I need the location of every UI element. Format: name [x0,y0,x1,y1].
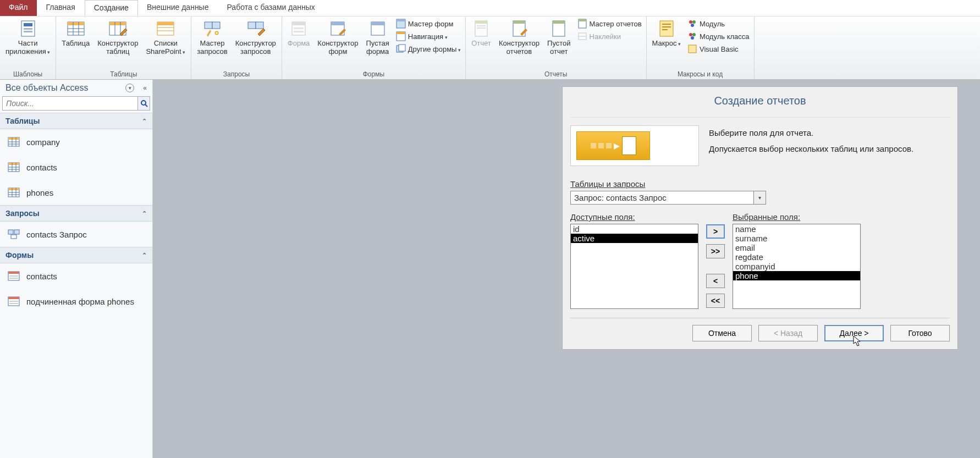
form-button[interactable]: Форма [284,18,313,49]
group-queries-label: Запросы [194,70,279,79]
form-icon [8,271,20,281]
search-input[interactable] [2,96,138,111]
query-icon [8,229,20,239]
svg-rect-85 [8,297,19,299]
tab-create[interactable]: Создание [85,0,138,16]
nav-item-form[interactable]: contacts [0,263,152,289]
table-icon [8,137,20,147]
labels-icon [577,31,587,41]
wizard-prompt1: Выберите поля для отчета. [709,125,950,141]
listbox-option[interactable]: regdate [733,252,860,262]
nav-section-tables[interactable]: Таблицы ⌃ [0,113,152,129]
listbox-option[interactable]: phone [733,271,860,280]
report-design-button[interactable]: Конструктор отчетов [495,18,543,57]
source-select[interactable]: Запрос: contacts Запрос ▾ [570,191,766,205]
selected-fields-label: Выбранные поля: [733,212,861,222]
group-forms-label: Формы [284,70,463,79]
nav-search [2,96,150,111]
nav-item-table[interactable]: company [0,129,152,154]
nav-pane-header[interactable]: Все объекты Access ▾ « [0,80,152,96]
svg-rect-79 [11,235,16,239]
listbox-option[interactable]: active [571,234,698,243]
main-area: Все объекты Access ▾ « Таблицы ⌃ company… [0,80,980,458]
report-design-icon [509,19,529,38]
listbox-option[interactable]: name [733,224,860,234]
wizard-prompt: Выберите поля для отчета. Допускается вы… [709,125,950,166]
form-design-icon [328,19,348,38]
ribbon-group-forms: Форма Конструктор форм Пустая форма Маст… [282,16,466,79]
module-icon [687,19,697,29]
blank-form-label: Пустая форма [366,40,389,56]
nav-section-forms[interactable]: Формы ⌃ [0,247,152,263]
query-wizard-icon [202,19,222,38]
report-button[interactable]: Отчет [468,18,494,49]
remove-all-fields-button[interactable]: << [706,294,725,308]
svg-point-57 [141,101,146,105]
tab-external[interactable]: Внешние данные [138,0,218,16]
form-design-button[interactable]: Конструктор форм [314,18,361,57]
nav-item-table[interactable]: phones [0,180,152,205]
add-field-button[interactable]: > [706,224,725,239]
blank-form-button[interactable]: Пустая форма [362,18,392,57]
group-templates-label: Шаблоны [2,70,53,79]
search-go-icon[interactable] [138,96,150,111]
tab-dbtools[interactable]: Работа с базами данных [218,0,324,16]
form-wizard-button[interactable]: Мастер форм [394,18,463,30]
nav-item-query[interactable]: contacts Запрос [0,222,152,247]
selected-fields-listbox[interactable]: namesurnameemailregdatecompanyidphone [733,224,861,309]
table-icon [8,187,20,197]
svg-rect-26 [294,31,304,32]
labels-button[interactable]: Наклейки [575,30,644,42]
other-forms-button[interactable]: Другие формы [394,43,463,55]
remove-field-button[interactable]: < [706,274,725,288]
available-fields-listbox[interactable]: idactive [570,224,698,309]
query-wizard-button[interactable]: Мастер запросов [194,18,230,57]
macro-button[interactable]: Макрос [649,18,684,49]
visual-basic-label: Visual Basic [700,45,739,53]
query-design-button[interactable]: Конструктор запросов [232,18,279,57]
form-icon [289,19,309,38]
next-button[interactable]: Далее > [824,325,884,341]
nav-item-form[interactable]: подчиненная форма phones [0,289,152,314]
back-button[interactable]: < Назад [758,325,818,341]
app-parts-button[interactable]: Части приложения [2,18,53,57]
ribbon-group-templates: Части приложения Шаблоны [0,16,56,79]
nav-collapse-icon[interactable]: « [143,84,147,92]
svg-rect-39 [477,25,486,26]
visual-basic-button[interactable]: Visual Basic [685,43,752,55]
report-wizard-button[interactable]: Мастер отчетов [575,18,644,30]
listbox-option[interactable]: surname [733,234,860,243]
svg-rect-18 [205,22,212,29]
listbox-option[interactable]: email [733,243,860,252]
svg-point-52 [691,24,694,27]
add-all-fields-button[interactable]: >> [706,244,725,258]
nav-item-label: phones [26,188,53,197]
svg-rect-2 [24,28,32,30]
sharepoint-button[interactable]: Списки SharePoint [142,18,189,57]
blank-report-button[interactable]: Пустой отчет [544,18,574,57]
nav-section-queries-label: Запросы [5,209,40,218]
listbox-option[interactable]: companyid [733,262,860,271]
svg-rect-11 [109,22,126,25]
dropdown-icon[interactable]: ▾ [754,191,766,205]
tab-file[interactable]: Файл [0,0,37,16]
group-tables-label: Таблицы [58,70,189,79]
navigation-button[interactable]: Навигация [394,30,463,42]
form-wizard-icon [396,19,406,29]
nav-item-table[interactable]: contacts [0,154,152,180]
class-module-button[interactable]: Модуль класса [685,30,752,42]
svg-rect-44 [553,21,565,24]
form-label: Форма [288,40,310,48]
listbox-option[interactable]: id [571,224,698,234]
svg-rect-25 [294,27,304,29]
cancel-button[interactable]: Отмена [692,325,752,341]
nav-filter-icon[interactable]: ▾ [125,84,134,92]
tab-home[interactable]: Главная [37,0,84,16]
nav-section-forms-label: Формы [5,251,34,260]
module-button[interactable]: Модуль [685,18,752,30]
finish-button[interactable]: Готово [890,325,950,341]
table-button[interactable]: Таблица [58,18,93,49]
table-design-button[interactable]: Конструктор таблиц [94,18,141,57]
nav-section-queries[interactable]: Запросы ⌃ [0,205,152,222]
macro-icon [657,19,676,38]
